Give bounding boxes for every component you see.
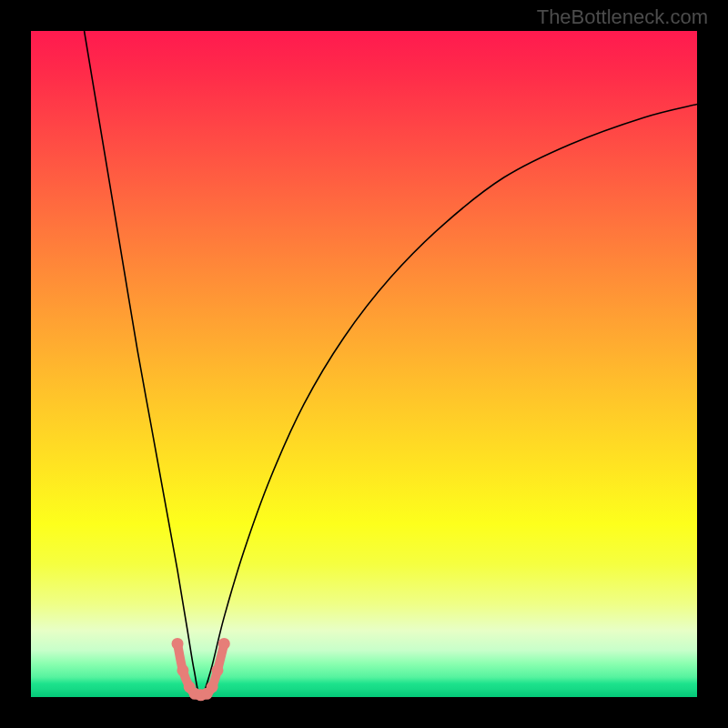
curve-svg — [31, 31, 697, 697]
minimum-marker — [172, 638, 184, 650]
watermark-text: TheBottleneck.com — [537, 5, 708, 29]
bottleneck-curve — [85, 31, 697, 697]
minimum-marker — [218, 638, 230, 650]
plot-area — [31, 31, 697, 697]
minimum-marker — [177, 664, 188, 676]
minimum-marker — [207, 682, 218, 693]
chart-frame: TheBottleneck.com — [0, 0, 728, 728]
minimum-marker — [211, 664, 223, 676]
